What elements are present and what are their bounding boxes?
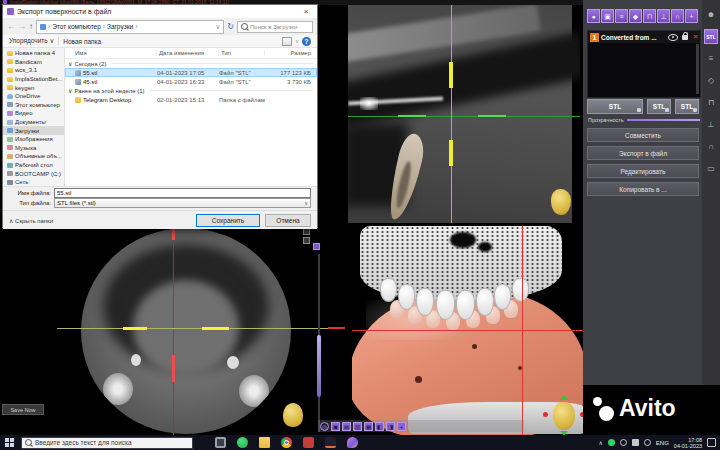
- sagittal-plane-handle[interactable]: [172, 355, 175, 382]
- axial-plane-handle[interactable]: [398, 115, 426, 117]
- paint3d-app-icon[interactable]: [347, 437, 358, 448]
- back-button[interactable]: ←: [7, 22, 15, 32]
- file-row[interactable]: 45.stl04-01-2023 16:33Файл "STL"3 730 КБ: [65, 77, 317, 86]
- stl-export-2-button[interactable]: STL: [647, 99, 671, 114]
- bridge-strip-icon[interactable]: ∩: [704, 139, 718, 154]
- language-indicator[interactable]: ENG: [656, 440, 669, 446]
- sidebar-item-folder[interactable]: Новая папка 4: [3, 49, 64, 58]
- monitor-app-icon[interactable]: [215, 437, 226, 448]
- sidebar-item-download[interactable]: Загрузки: [3, 126, 64, 135]
- implant-strip-icon[interactable]: ⊓: [704, 95, 718, 110]
- zoom-icon[interactable]: ▤: [342, 422, 351, 431]
- view-settings-icon[interactable]: [313, 243, 320, 250]
- tray-expand-icon[interactable]: ∧: [598, 439, 602, 446]
- stl-export-main-button[interactable]: STL: [587, 99, 643, 114]
- sidebar-item-doc[interactable]: Документы: [3, 118, 64, 127]
- delete-mesh-icon[interactable]: ×: [693, 32, 698, 42]
- whatsapp-tray-icon[interactable]: [608, 439, 615, 446]
- measure-icon[interactable]: ◨: [386, 422, 395, 431]
- crown-strip-icon[interactable]: ◇: [704, 73, 718, 88]
- dialog-titlebar[interactable]: Экспорт поверхности в файл ×: [3, 5, 317, 18]
- hide-folders-button[interactable]: ∧ Скрыть папки: [9, 217, 53, 224]
- sidebar-item-cube[interactable]: Объемные объ...: [3, 152, 64, 161]
- group-header[interactable]: ∨Сегодня (2): [65, 59, 317, 68]
- sidebar-item-video[interactable]: Видео: [3, 109, 64, 118]
- rotate-icon[interactable]: ▥: [353, 422, 362, 431]
- column-type[interactable]: Тип: [219, 50, 265, 56]
- sidebar-item-folder[interactable]: keygen: [3, 83, 64, 92]
- coronal-plane-handle[interactable]: [123, 327, 147, 330]
- chrome-app-icon[interactable]: [281, 437, 292, 448]
- tooth-tool-icon[interactable]: ◆: [629, 9, 642, 23]
- stl-tool-icon[interactable]: ▣: [601, 9, 614, 23]
- orientation-head-icon[interactable]: [551, 189, 571, 215]
- mesh-list-item[interactable]: 1 Converted from ... ×: [588, 31, 700, 43]
- rotate-up-arrow[interactable]: [560, 395, 568, 400]
- up-button[interactable]: ↑: [29, 22, 33, 32]
- tray-icon[interactable]: [620, 439, 627, 446]
- sidebar-item-drive[interactable]: BOOTCAMP (C:): [3, 169, 64, 178]
- implant-tool-icon[interactable]: ⊓: [643, 9, 656, 23]
- breadcrumb-item[interactable]: Загрузки: [107, 23, 133, 30]
- media-app-icon[interactable]: [303, 437, 314, 448]
- file-type-select[interactable]: STL files (*.stl): [54, 198, 311, 208]
- file-row[interactable]: Telegram Desktop02-01-2023 15:13Папка с …: [65, 95, 317, 104]
- file-row[interactable]: 55.stl04-01-2023 17:05Файл "STL"177 123 …: [65, 68, 317, 77]
- abutment-tool-icon[interactable]: ⊥: [657, 9, 670, 23]
- explorer-app-icon[interactable]: [259, 437, 270, 448]
- new-folder-button[interactable]: Новая папка: [63, 38, 101, 45]
- skull-tool-icon[interactable]: ●: [587, 9, 600, 23]
- dialog-close-button[interactable]: ×: [299, 7, 313, 16]
- coronal-plane-handle[interactable]: [449, 140, 453, 166]
- mesh-scrollbar[interactable]: [696, 44, 699, 94]
- column-size[interactable]: Размер: [265, 50, 317, 56]
- action-center-icon[interactable]: [707, 438, 716, 447]
- coronal-plane-handle[interactable]: [202, 327, 229, 330]
- opacity-slider[interactable]: [627, 119, 700, 121]
- coronal-plane-line[interactable]: [451, 5, 452, 223]
- slice-scroll-handle[interactable]: [317, 335, 321, 397]
- axial-plane-handle[interactable]: [478, 115, 506, 117]
- export-file-button[interactable]: Экспорт в файл: [587, 146, 699, 160]
- dialog-search-input[interactable]: Поиск в Загрузки: [237, 21, 313, 33]
- help-icon[interactable]: ?: [302, 37, 311, 46]
- axial-ct-view[interactable]: [57, 226, 345, 435]
- volume-3d-view[interactable]: [352, 226, 583, 435]
- add-tool-icon[interactable]: +: [685, 9, 698, 23]
- sidebar-item-network[interactable]: Сеть: [3, 178, 64, 186]
- head-strip-icon[interactable]: ☻: [704, 7, 718, 22]
- sagittal-plane-line[interactable]: [173, 226, 174, 435]
- target-icon[interactable]: ◎: [320, 422, 329, 431]
- edit-button[interactable]: Редактировать: [587, 164, 699, 178]
- sidebar-item-folder[interactable]: Bandicam: [3, 58, 64, 67]
- save-strip-icon[interactable]: ▭: [704, 161, 718, 176]
- align-button[interactable]: Совместить: [587, 128, 699, 142]
- view-mode-icon[interactable]: [282, 37, 292, 46]
- teeth-row-tool-icon[interactable]: ≡: [615, 9, 628, 23]
- column-name[interactable]: Имя: [65, 50, 157, 56]
- sidebar-item-music[interactable]: Музыка: [3, 144, 64, 153]
- visibility-eye-icon[interactable]: [668, 34, 678, 41]
- sidebar-item-cloud[interactable]: OneDrive: [3, 92, 64, 101]
- axial-plane-line[interactable]: [348, 116, 580, 117]
- slice-icon[interactable]: ◧: [375, 422, 384, 431]
- layout-view-icon[interactable]: [303, 237, 310, 244]
- organize-button[interactable]: Упорядочить ∨: [9, 37, 54, 45]
- reset-icon[interactable]: +: [397, 422, 406, 431]
- forward-button[interactable]: →: [18, 22, 26, 32]
- breadcrumb-item[interactable]: Этот компьютер: [52, 23, 101, 30]
- group-header[interactable]: ∨Ранее на этой неделе (1): [65, 86, 317, 95]
- copy-to-button[interactable]: Копировать в ...: [587, 182, 699, 196]
- column-date[interactable]: Дата изменения: [157, 50, 219, 56]
- coronal-plane-line[interactable]: [57, 328, 345, 329]
- stl-export-3-button[interactable]: STL: [675, 99, 699, 114]
- sidebar-item-folder[interactable]: wcs_3.1: [3, 66, 64, 75]
- clock[interactable]: 17:08 04-01-2023: [674, 437, 702, 449]
- address-dropdown-icon[interactable]: ∨: [216, 23, 221, 31]
- sidebar-item-image[interactable]: Изображения: [3, 135, 64, 144]
- orientation-head-icon[interactable]: [283, 403, 303, 427]
- rotate-left-dot[interactable]: [543, 412, 548, 417]
- pan-icon[interactable]: ▣: [331, 422, 340, 431]
- view-dropdown-icon[interactable]: ∨: [295, 38, 299, 44]
- taskbar-search-input[interactable]: Введите здесь текст для поиска: [21, 437, 193, 449]
